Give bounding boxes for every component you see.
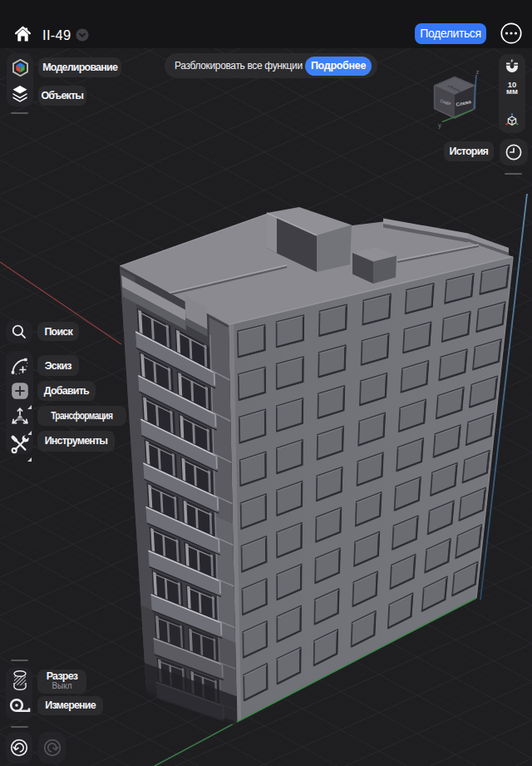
svg-text:z: z	[476, 69, 480, 75]
svg-text:y: y	[438, 122, 441, 129]
